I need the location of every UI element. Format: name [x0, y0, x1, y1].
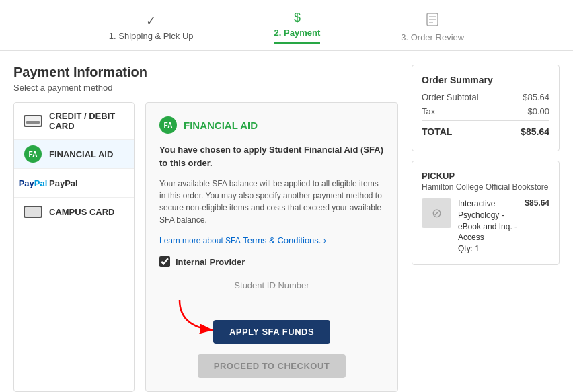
- order-summary-title: Order Summary: [422, 75, 549, 85]
- shipping-icon: ✓: [146, 13, 156, 28]
- stepper: ✓ 1. Shipping & Pick Up $ 2. Payment 3. …: [0, 0, 573, 51]
- fa-icon: FA: [24, 148, 42, 160]
- left-panel: Payment Information Select a payment met…: [13, 65, 398, 392]
- item-qty: Qty: 1: [458, 243, 518, 255]
- total-row: TOTAL $85.64: [422, 120, 549, 137]
- subtotal-value: $85.64: [523, 92, 549, 102]
- subtotal-label: Order Subtotal: [422, 92, 479, 102]
- step-payment[interactable]: $ 2. Payment: [274, 11, 321, 44]
- pickup-title: PICKUP: [422, 171, 549, 181]
- payment-body: CREDIT / DEBIT CARD FA FINANCIAL AID Pay…: [13, 102, 398, 392]
- order-summary-box: Order Summary Order Subtotal $85.64 Tax …: [412, 65, 560, 151]
- total-label: TOTAL: [422, 126, 452, 137]
- item-thumbnail: ⊘: [422, 198, 451, 228]
- pickup-store: Hamilton College Official Bookstore: [422, 182, 549, 192]
- arrow-container: Student ID Number: [159, 280, 384, 378]
- right-panel: Order Summary Order Subtotal $85.64 Tax …: [412, 65, 560, 392]
- total-value: $85.64: [521, 126, 549, 137]
- pickup-box: PICKUP Hamilton College Official Booksto…: [412, 161, 560, 265]
- student-id-input[interactable]: [178, 293, 366, 309]
- chevron-right-icon: ›: [323, 236, 326, 245]
- payment-methods-list: CREDIT / DEBIT CARD FA FINANCIAL AID Pay…: [13, 102, 135, 392]
- tax-row: Tax $0.00: [422, 106, 549, 116]
- terms-link[interactable]: Terms & Conditions.: [243, 235, 321, 245]
- apply-sfa-funds-button[interactable]: APPLY SFA FUNDS: [213, 320, 330, 344]
- paypal-icon: PayPal: [24, 177, 42, 189]
- credit-card-icon: [24, 115, 42, 127]
- main-container: Payment Information Select a payment met…: [0, 51, 573, 392]
- review-label: 3. Order Review: [401, 32, 464, 42]
- step-review[interactable]: 3. Order Review: [401, 13, 464, 42]
- page-title: Payment Information: [13, 65, 398, 80]
- item-details: Interactive Psychology - eBook and Inq. …: [458, 198, 518, 255]
- fa-content-header: FA FINANCIAL AID: [159, 116, 384, 134]
- paypal-label: PayPal: [49, 178, 78, 188]
- campus-card-icon: [24, 206, 42, 218]
- tax-value: $0.00: [527, 106, 549, 116]
- financial-aid-label: FINANCIAL AID: [49, 149, 113, 159]
- method-campus-card[interactable]: CAMPUS CARD: [14, 198, 134, 226]
- fa-note: Your available SFA balance will be appli…: [159, 178, 384, 226]
- item-price: $85.64: [525, 198, 549, 208]
- fa-content-badge: FA: [159, 116, 177, 134]
- item-name: Interactive Psychology - eBook and Inq. …: [458, 198, 518, 243]
- campus-label: CAMPUS CARD: [49, 207, 115, 217]
- section-subtitle: Select a payment method: [13, 83, 398, 93]
- shipping-label: 1. Shipping & Pick Up: [109, 31, 194, 41]
- terms-link-row: Learn more about SFA Terms & Conditions.…: [159, 235, 384, 245]
- credit-label: CREDIT / DEBIT CARD: [49, 111, 124, 131]
- method-credit-debit[interactable]: CREDIT / DEBIT CARD: [14, 103, 134, 140]
- proceed-to-checkout-button[interactable]: PROCEED TO CHECKOUT: [198, 354, 346, 378]
- financial-aid-content: FA FINANCIAL AID You have chosen to appl…: [145, 102, 398, 392]
- student-id-label: Student ID Number: [159, 280, 384, 290]
- pickup-item: ⊘ Interactive Psychology - eBook and Inq…: [422, 198, 549, 255]
- internal-provider-checkbox[interactable]: [159, 256, 170, 267]
- subtotal-row: Order Subtotal $85.64: [422, 92, 549, 102]
- fa-main-description: You have chosen to apply Student Financi…: [159, 143, 384, 169]
- internal-provider-row: Internal Provider: [159, 256, 384, 267]
- payment-label: 2. Payment: [274, 28, 321, 38]
- fa-note-text: Your available SFA balance will be appli…: [159, 179, 382, 225]
- internal-provider-label: Internal Provider: [176, 257, 245, 267]
- method-paypal[interactable]: PayPal PayPal: [14, 169, 134, 198]
- terms-prefix: Learn more about SFA: [159, 236, 241, 245]
- tax-label: Tax: [422, 106, 435, 116]
- no-image-icon: ⊘: [432, 206, 442, 221]
- review-icon: [426, 13, 438, 30]
- payment-icon: $: [294, 11, 301, 25]
- method-financial-aid[interactable]: FA FINANCIAL AID: [14, 140, 134, 169]
- fa-content-title: FINANCIAL AID: [184, 120, 258, 131]
- step-shipping[interactable]: ✓ 1. Shipping & Pick Up: [109, 13, 194, 41]
- fa-description-bold: You have chosen to apply Student Financi…: [159, 145, 383, 168]
